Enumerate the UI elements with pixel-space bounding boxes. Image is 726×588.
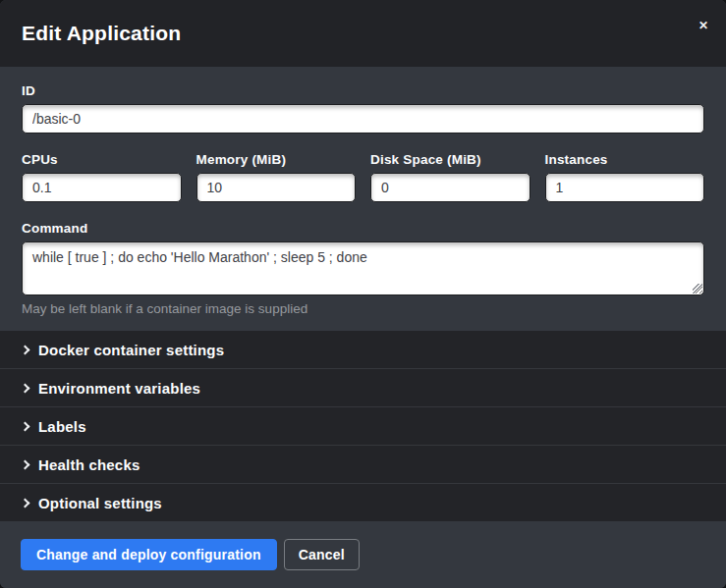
section-label: Docker container settings: [38, 342, 224, 358]
modal-title: Edit Application: [22, 22, 181, 45]
cpus-input[interactable]: [22, 173, 182, 202]
chevron-right-icon: [21, 499, 30, 508]
memory-input[interactable]: [196, 173, 357, 202]
modal-body: ID CPUs Memory (MiB) Disk Space (MiB) In…: [0, 67, 726, 331]
command-label: Command: [22, 221, 704, 236]
disk-field-group: Disk Space (MiB): [370, 152, 531, 202]
id-label: ID: [22, 83, 704, 98]
change-and-deploy-button[interactable]: Change and deploy configuration: [21, 539, 277, 570]
instances-input[interactable]: [545, 173, 705, 202]
cpus-field-group: CPUs: [22, 152, 182, 202]
section-optional-settings[interactable]: Optional settings: [0, 483, 726, 521]
disk-input[interactable]: [370, 173, 531, 202]
command-textarea[interactable]: while [ true ] ; do echo 'Hello Marathon…: [22, 241, 704, 295]
disk-label: Disk Space (MiB): [370, 152, 531, 167]
section-environment-variables[interactable]: Environment variables: [0, 368, 726, 406]
section-label: Environment variables: [38, 380, 200, 397]
edit-application-modal: Edit Application ✕ ID CPUs Memory (MiB) …: [0, 0, 726, 588]
section-docker-container-settings[interactable]: Docker container settings: [0, 331, 726, 368]
instances-field-group: Instances: [545, 152, 705, 202]
id-input[interactable]: [22, 104, 704, 134]
close-icon[interactable]: ✕: [696, 17, 711, 34]
section-label: Optional settings: [38, 495, 162, 511]
chevron-right-icon: [21, 460, 30, 470]
cancel-button[interactable]: Cancel: [284, 539, 360, 570]
instances-label: Instances: [545, 152, 705, 167]
memory-field-group: Memory (MiB): [196, 152, 357, 202]
modal-footer: Change and deploy configuration Cancel: [0, 521, 726, 588]
resources-row: CPUs Memory (MiB) Disk Space (MiB) Insta…: [22, 152, 704, 202]
command-help-text: May be left blank if a container image i…: [22, 301, 704, 316]
memory-label: Memory (MiB): [196, 152, 357, 167]
section-label: Health checks: [38, 456, 140, 473]
chevron-right-icon: [21, 346, 30, 355]
section-health-checks[interactable]: Health checks: [0, 445, 726, 483]
section-label: Labels: [38, 418, 86, 435]
section-labels[interactable]: Labels: [0, 406, 726, 445]
cpus-label: CPUs: [22, 152, 182, 167]
chevron-right-icon: [21, 422, 30, 432]
command-field-group: Command while [ true ] ; do echo 'Hello …: [22, 221, 704, 316]
modal-header: Edit Application ✕: [0, 0, 726, 67]
command-textarea-wrap: while [ true ] ; do echo 'Hello Marathon…: [22, 241, 704, 295]
chevron-right-icon: [21, 384, 30, 394]
id-field-group: ID: [22, 83, 704, 134]
accordion-sections: Docker container settings Environment va…: [0, 331, 726, 521]
